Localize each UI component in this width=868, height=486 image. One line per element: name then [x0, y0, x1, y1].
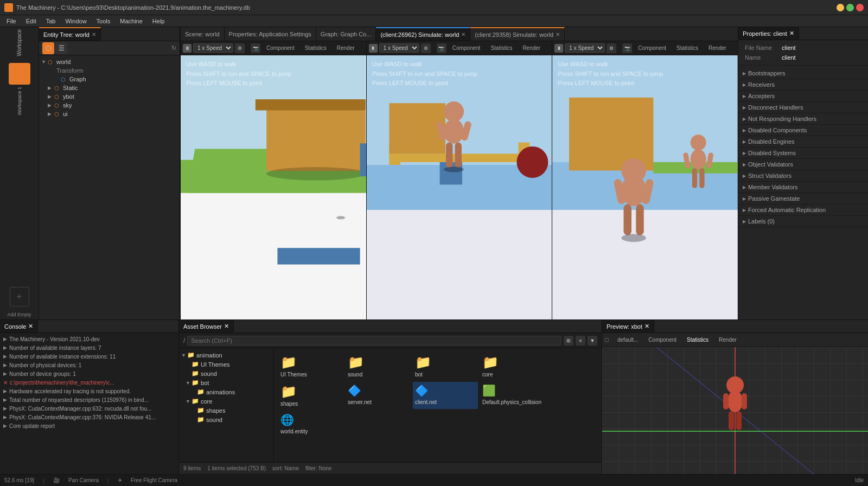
camera-btn-3[interactable]: 📷: [622, 43, 632, 53]
preview-statistics-tab[interactable]: Statistics: [682, 336, 713, 344]
section-struct-validators-header[interactable]: ▶ Struct Validators: [738, 170, 868, 181]
vp3-render-tab[interactable]: Render: [704, 44, 731, 52]
close-asset-browser[interactable]: ✕: [224, 323, 229, 330]
pause-btn-3[interactable]: ⏸: [554, 44, 563, 53]
tree-item-graph[interactable]: ⬡ Graph: [39, 75, 180, 84]
section-labels-header[interactable]: ▶ Labels (0): [738, 216, 868, 227]
pause-btn-1[interactable]: ⏸: [183, 44, 192, 53]
section-receivers-header[interactable]: ▶ Receivers: [738, 79, 868, 90]
section-passive-gamestate-header[interactable]: ▶ Passive Gamestate: [738, 193, 868, 204]
pause-btn-2[interactable]: ⏸: [369, 44, 378, 53]
asset-folder-shapes[interactable]: 📁 shapes: [179, 406, 273, 415]
close-preview[interactable]: ✕: [644, 323, 649, 330]
tree-item-sky[interactable]: ▶ ⬡ sky: [39, 101, 180, 110]
preview-canvas[interactable]: [602, 347, 868, 474]
vp1-render-tab[interactable]: Render: [333, 44, 359, 52]
sidebar-tab-entity[interactable]: ⬡: [42, 42, 54, 54]
asset-file-client-net[interactable]: 🔷 client.net: [413, 382, 478, 409]
close-button[interactable]: [856, 4, 864, 11]
menu-tools[interactable]: Tools: [92, 17, 115, 25]
tab-simulate1[interactable]: (client:26962) Simulate: world ✕: [376, 27, 470, 41]
asset-folder-bot[interactable]: ▼ 📁 bot: [179, 378, 273, 387]
menu-machine[interactable]: Machine: [116, 17, 147, 25]
viewport-3-canvas[interactable]: Use WASD to walk Press SHIFT to run and …: [552, 55, 738, 319]
vp1-statistics-tab[interactable]: Statistics: [301, 44, 331, 52]
asset-folder-animations[interactable]: 📁 animations: [179, 387, 273, 397]
close-properties[interactable]: ✕: [789, 30, 794, 37]
asset-view-btn-2[interactable]: ≡: [576, 336, 585, 346]
menu-help[interactable]: Help: [148, 17, 169, 25]
add-workspace-button[interactable]: +: [10, 287, 29, 306]
asset-folder-animation[interactable]: ▼ 📁 animation: [179, 350, 273, 360]
section-disabled-components-header[interactable]: ▶ Disabled Components: [738, 125, 868, 136]
tree-item-world[interactable]: ▼ ⬡ world: [39, 57, 180, 66]
tab-entity-tree[interactable]: Entity Tree: world ✕: [39, 27, 101, 41]
asset-view-btn-1[interactable]: ⊞: [564, 336, 573, 346]
asset-search-input[interactable]: [187, 336, 561, 346]
section-member-validators-header[interactable]: ▶ Member Validators: [738, 182, 868, 193]
vp3-statistics-tab[interactable]: Statistics: [672, 44, 703, 52]
minimize-button[interactable]: [837, 4, 844, 11]
asset-folder-ui-themes[interactable]: 📁 UI Themes: [179, 360, 273, 369]
tab-properties-client[interactable]: Properties: client ✕: [738, 27, 799, 40]
menu-window[interactable]: Window: [61, 17, 91, 25]
tree-item-transform[interactable]: Transform: [39, 66, 180, 75]
close-simulate2[interactable]: ✕: [556, 31, 560, 37]
asset-folder-sound-top[interactable]: 📁 sound: [179, 369, 273, 378]
asset-filter-btn[interactable]: ▼: [588, 336, 597, 346]
settings-btn-3[interactable]: ⚙: [607, 43, 616, 53]
asset-file-world-entity[interactable]: 🌐 world.entity: [278, 411, 343, 437]
asset-file-bot[interactable]: 📁 bot: [413, 353, 478, 380]
vp3-component-tab[interactable]: Component: [634, 44, 671, 52]
tab-preview[interactable]: Preview: xbot ✕: [602, 320, 654, 332]
tab-graph[interactable]: Graph: Graph Co...: [316, 27, 376, 41]
tree-item-ui[interactable]: ▶ ⬡ ui: [39, 110, 180, 118]
section-object-validators-header[interactable]: ▶ Object Validators: [738, 159, 868, 170]
vp2-render-tab[interactable]: Render: [518, 44, 545, 52]
settings-btn-2[interactable]: ⚙: [421, 43, 431, 53]
preview-render-tab[interactable]: Render: [714, 336, 741, 344]
preview-default-tab[interactable]: default...: [613, 336, 642, 344]
refresh-icon[interactable]: ↻: [171, 44, 176, 52]
settings-btn-1[interactable]: ⚙: [235, 43, 245, 53]
workspace-1-icon[interactable]: [9, 63, 30, 85]
tab-asset-browser[interactable]: Asset Browser ✕: [179, 320, 234, 332]
asset-file-sound[interactable]: 📁 sound: [346, 353, 411, 380]
menu-file[interactable]: File: [2, 17, 21, 25]
section-not-responding-header[interactable]: ▶ Not Responding Handlers: [738, 113, 868, 124]
close-console[interactable]: ✕: [28, 323, 33, 330]
tab-scene[interactable]: Scene: world: [181, 27, 225, 41]
vp2-component-tab[interactable]: Component: [448, 44, 485, 52]
camera-btn-2[interactable]: 📷: [437, 43, 446, 53]
menu-tab[interactable]: Tab: [42, 17, 60, 25]
tree-item-ybot[interactable]: ▶ ⬡ ybot: [39, 92, 180, 101]
speed-select-2[interactable]: 1 x Speed: [379, 43, 419, 53]
section-disconnect-handlers-header[interactable]: ▶ Disconnect Handlers: [738, 102, 868, 113]
maximize-button[interactable]: [846, 4, 854, 11]
section-accepters-header[interactable]: ▶ Accepters: [738, 91, 868, 101]
asset-folder-core[interactable]: ▼ 📁 core: [179, 397, 273, 406]
sidebar-tab-component[interactable]: ☰: [55, 42, 67, 54]
asset-file-server-net[interactable]: 🔷 server.net: [346, 382, 411, 409]
camera-btn-1[interactable]: 📷: [251, 43, 260, 53]
speed-select-3[interactable]: 1 x Speed: [565, 43, 605, 53]
vp2-statistics-tab[interactable]: Statistics: [486, 44, 516, 52]
section-disabled-systems-header[interactable]: ▶ Disabled Systems: [738, 148, 868, 158]
viewport-2-canvas[interactable]: Use WASD to walk Press SHIFT to run and …: [367, 55, 552, 319]
section-forced-auto-replication-header[interactable]: ▶ Forced Automatic Replication: [738, 204, 868, 215]
tree-item-static[interactable]: ▶ ⬡ Static: [39, 84, 180, 92]
asset-file-default-physics[interactable]: 🟩 Default.physics_collision: [480, 382, 545, 409]
asset-folder-sound-nested[interactable]: 📁 sound: [179, 415, 273, 424]
speed-select-1[interactable]: 1 x Speed: [193, 43, 233, 53]
tab-simulate2[interactable]: (client:29358) Simulate: world ✕: [470, 27, 565, 41]
viewport-1-canvas[interactable]: Use WASD to walk Press SHIFT to run and …: [181, 55, 366, 319]
asset-file-ui-themes[interactable]: 📁 UI Themes: [278, 353, 343, 380]
vp1-component-tab[interactable]: Component: [262, 44, 299, 52]
close-simulate1[interactable]: ✕: [461, 31, 465, 37]
menu-edit[interactable]: Edit: [22, 17, 41, 25]
section-bootstrappers-header[interactable]: ▶ Bootstrappers: [738, 68, 868, 79]
section-disabled-engines-header[interactable]: ▶ Disabled Engines: [738, 136, 868, 147]
tab-console[interactable]: Console ✕: [0, 320, 38, 332]
close-entity-tree[interactable]: ✕: [92, 31, 96, 37]
asset-file-core[interactable]: 📁 core: [480, 353, 545, 380]
